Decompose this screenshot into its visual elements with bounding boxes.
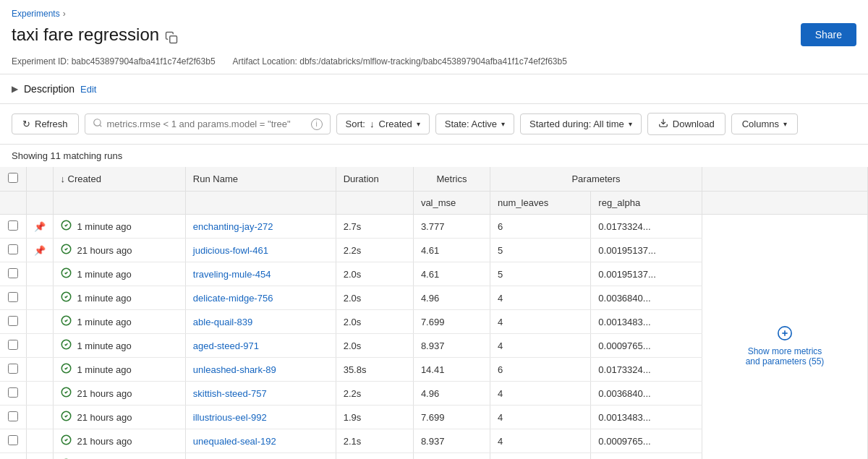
pin-cell — [26, 406, 53, 429]
status-icon — [61, 339, 72, 352]
duration-cell: 2.1s — [336, 429, 413, 453]
table-wrapper: ↓ Created Run Name Duration Metrics Para… — [0, 167, 868, 459]
row-checkbox[interactable] — [8, 387, 18, 398]
num-leaves-cell: 4 — [490, 334, 591, 358]
created-col-header[interactable]: ↓ Created — [53, 167, 185, 192]
row-checkbox[interactable] — [8, 244, 18, 254]
table-row: 📌1 minute agoenchanting-jay-2722.7s3.777… — [0, 215, 868, 239]
reg-alpha-cell: 0.0009765... — [591, 429, 702, 453]
run-name-link[interactable]: unequaled-seal-192 — [193, 436, 276, 447]
breadcrumb-separator: › — [63, 9, 66, 19]
row-checkbox[interactable] — [8, 411, 18, 421]
status-icon — [61, 220, 72, 233]
val-mse-cell: 4.61 — [413, 262, 490, 286]
search-input[interactable] — [107, 119, 307, 129]
run-name-link[interactable]: judicious-fowl-461 — [193, 245, 268, 256]
runs-count-text: Showing 11 matching runs — [12, 150, 122, 161]
row-checkbox-cell — [0, 358, 26, 382]
edit-description-link[interactable]: Edit — [80, 84, 96, 95]
row-checkbox[interactable] — [8, 268, 18, 278]
run-name-link[interactable]: unleashed-shark-89 — [193, 364, 276, 375]
run-name-cell: enchanting-jay-272 — [185, 215, 336, 239]
show-more-cell[interactable]: Show more metricsand parameters (55) — [702, 215, 868, 460]
experiment-title: taxi fare regression — [12, 25, 159, 45]
val-mse-cell: 8.937 — [413, 429, 490, 453]
run-name-link[interactable]: traveling-mule-454 — [193, 269, 271, 280]
download-button[interactable]: Download — [647, 113, 726, 135]
started-button[interactable]: Started during: All time ▾ — [520, 113, 642, 134]
run-name-link[interactable]: able-quail-839 — [193, 317, 252, 327]
pin-icon[interactable]: 📌 — [34, 221, 46, 232]
row-checkbox[interactable] — [8, 435, 18, 445]
status-icon — [61, 387, 72, 400]
state-chevron-icon: ▾ — [501, 120, 505, 128]
run-name-cell: skittish-steed-757 — [185, 382, 336, 406]
show-more-header — [702, 167, 868, 192]
row-checkbox[interactable] — [8, 220, 18, 231]
run-name-cell: delicate-midge-756 — [185, 286, 336, 310]
row-checkbox[interactable] — [8, 364, 18, 374]
created-cell: 1 minute ago — [53, 334, 185, 358]
select-all-header — [0, 167, 26, 192]
created-time: 1 minute ago — [77, 221, 132, 232]
duration-cell: 35.8s — [336, 358, 413, 382]
state-button[interactable]: State: Active ▾ — [435, 113, 514, 134]
empty-sub-check — [0, 192, 26, 215]
val-mse-cell: 7.699 — [413, 406, 490, 429]
show-more-plus-icon — [717, 325, 853, 343]
row-checkbox[interactable] — [8, 316, 18, 326]
run-name-link[interactable]: illustrious-eel-992 — [193, 412, 267, 423]
columns-button[interactable]: Columns ▾ — [731, 113, 798, 134]
row-checkbox-cell — [0, 286, 26, 310]
run-name-link[interactable]: skittish-steed-757 — [193, 388, 267, 399]
pin-cell — [26, 453, 53, 460]
share-button[interactable]: Share — [801, 23, 856, 46]
num-leaves-cell: 5 — [490, 453, 591, 460]
run-name-cell: aged-steed-971 — [185, 334, 336, 358]
reg-alpha-cell: 0.00195137... — [591, 262, 702, 286]
run-name-link[interactable]: enchanting-jay-272 — [193, 221, 273, 232]
empty-sub-pin — [26, 192, 53, 215]
sort-chevron-icon: ▾ — [417, 120, 420, 128]
download-icon — [658, 118, 668, 130]
reg-alpha-cell: 0.00195137... — [591, 239, 702, 262]
pin-icon[interactable]: 📌 — [34, 245, 46, 256]
pin-cell: 📌 — [26, 239, 53, 262]
run-name-link[interactable]: aged-steed-971 — [193, 340, 259, 351]
duration-cell: 39.1s — [336, 453, 413, 460]
val-mse-cell: 4.96 — [413, 382, 490, 406]
experiments-link[interactable]: Experiments — [12, 9, 60, 19]
created-cell: 1 minute ago — [53, 310, 185, 334]
val-mse-cell: 3.777 — [413, 215, 490, 239]
reg-alpha-cell: 0.0013483... — [591, 310, 702, 334]
experiment-id: Experiment ID: babc453897904afba41f1c74e… — [12, 56, 216, 67]
num-leaves-cell: 4 — [490, 382, 591, 406]
val-mse-cell: 4.61 — [413, 239, 490, 262]
copy-icon[interactable] — [165, 28, 178, 41]
description-section: ▶ Description Edit — [0, 74, 868, 104]
duration-cell: 2.2s — [336, 382, 413, 406]
created-cell: 1 minute ago — [53, 262, 185, 286]
run-name-cell: unleashed-shark-89 — [185, 358, 336, 382]
row-checkbox-cell — [0, 262, 26, 286]
search-box[interactable]: i — [85, 113, 331, 134]
created-cell: 21 hours ago — [53, 382, 185, 406]
row-checkbox-cell — [0, 215, 26, 239]
info-icon[interactable]: i — [311, 119, 323, 130]
run-name-link[interactable]: delicate-midge-756 — [193, 293, 273, 304]
num-leaves-cell: 4 — [490, 406, 591, 429]
select-all-checkbox[interactable] — [8, 173, 18, 183]
refresh-button[interactable]: ↻ Refresh — [12, 113, 79, 134]
row-checkbox[interactable] — [8, 340, 18, 350]
run-name-cell: overjoyed-frog-714 — [185, 453, 336, 460]
pin-cell — [26, 382, 53, 406]
row-checkbox-cell — [0, 334, 26, 358]
sort-button[interactable]: Sort: ↓ Created ▾ — [336, 113, 430, 134]
description-label: Description — [24, 83, 75, 95]
svg-rect-0 — [170, 36, 177, 43]
expand-description-icon[interactable]: ▶ — [12, 84, 18, 94]
row-checkbox[interactable] — [8, 292, 18, 302]
val-mse-cell: 4.96 — [413, 286, 490, 310]
created-time: 21 hours ago — [77, 412, 132, 423]
reg-alpha-cell: 0.0036840... — [591, 286, 702, 310]
